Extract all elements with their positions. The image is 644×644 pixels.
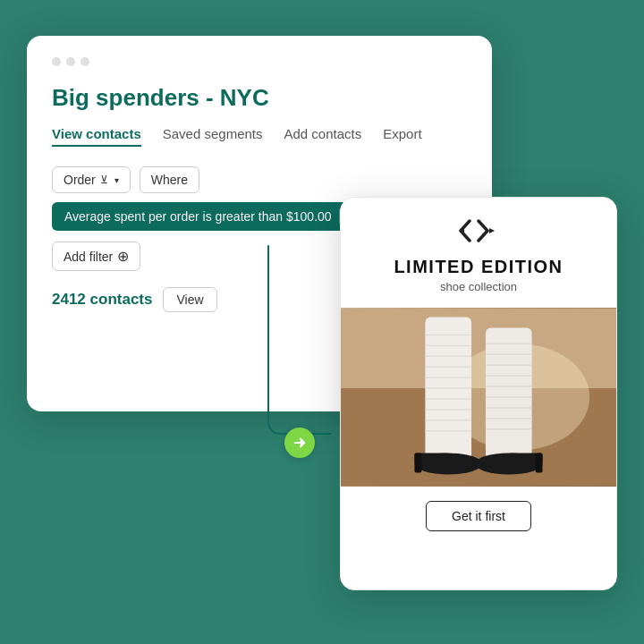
funnel-icon: ⊻: [100, 174, 108, 186]
svg-rect-20: [486, 328, 532, 460]
tab-add-contacts[interactable]: Add contacts: [284, 126, 362, 147]
email-card-image: [341, 308, 616, 487]
arrow-circle[interactable]: [284, 428, 315, 458]
scene: Big spenders - NYC View contacts Saved s…: [27, 36, 617, 608]
svg-rect-32: [536, 453, 543, 473]
email-card-footer: Get it first: [341, 487, 616, 546]
arrow-right-icon: [292, 435, 308, 451]
svg-rect-19: [414, 453, 421, 473]
email-card-subtitle: shoe collection: [440, 280, 517, 293]
chevron-down-icon: ▾: [114, 175, 119, 185]
svg-marker-1: [489, 228, 495, 233]
where-filter-button[interactable]: Where: [140, 166, 199, 193]
tab-export[interactable]: Export: [383, 126, 421, 147]
where-filter-label: Where: [151, 173, 188, 187]
email-card: LIMITED EDITION shoe collection: [340, 197, 617, 590]
email-card-header: LIMITED EDITION shoe collection: [341, 198, 616, 308]
window-controls: [52, 57, 467, 66]
active-filter-text: Average spent per order is greater than …: [64, 209, 332, 224]
tab-view-contacts[interactable]: View contacts: [52, 126, 141, 147]
dot-2: [66, 57, 75, 66]
add-filter-label: Add filter: [64, 250, 113, 264]
order-filter-button[interactable]: Order ⊻ ▾: [52, 166, 131, 193]
tab-saved-segments[interactable]: Saved segments: [163, 126, 263, 147]
connector-line: [233, 246, 331, 452]
get-it-first-button[interactable]: Get it first: [426, 501, 531, 531]
view-button[interactable]: View: [163, 287, 216, 312]
page-title: Big spenders - NYC: [52, 84, 467, 112]
order-filter-label: Order: [64, 173, 96, 187]
brand-logo: [457, 217, 500, 244]
email-card-title: LIMITED EDITION: [394, 257, 563, 277]
dot-3: [80, 57, 89, 66]
shoe-image-svg: [341, 308, 616, 487]
add-filter-button[interactable]: Add filter ⊕: [52, 242, 140, 271]
dot-1: [52, 57, 61, 66]
contacts-count: 2412 contacts: [52, 291, 152, 309]
plus-icon: ⊕: [117, 248, 129, 265]
nav-tabs: View contacts Saved segments Add contact…: [52, 126, 467, 147]
active-filter-badge: Average spent per order is greater than …: [52, 202, 368, 231]
